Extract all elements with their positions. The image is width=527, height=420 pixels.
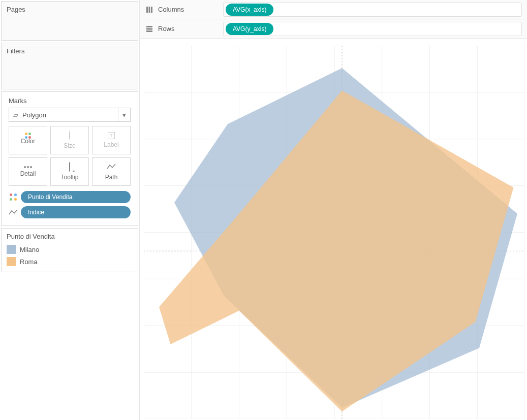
mark-type-label: Polygon (22, 111, 118, 119)
tooltip-button[interactable]: Tooltip (50, 157, 89, 186)
size-button[interactable]: Size (50, 126, 89, 154)
polygon-icon: ▱ (9, 111, 22, 119)
marks-title: Marks (9, 97, 131, 105)
marks-card: Marks ▱ Polygon ▾ Color Size T Label (1, 91, 138, 226)
pages-shelf[interactable]: Pages (1, 1, 138, 41)
pill-label: Indice (28, 209, 44, 216)
svg-rect-3 (146, 26, 152, 27)
label-icon: T (108, 132, 115, 139)
tooltip-label: Tooltip (61, 174, 79, 181)
svg-rect-4 (146, 28, 152, 29)
legend-item[interactable]: Roma (7, 255, 133, 268)
color-button[interactable]: Color (9, 126, 47, 154)
left-panel: Pages Filters Marks ▱ Polygon ▾ Color Si… (0, 0, 139, 420)
marks-pill-punto-di-vendita[interactable]: Punto di Vendita (21, 191, 131, 203)
path-icon (9, 209, 18, 215)
columns-label: Columns (158, 6, 219, 13)
columns-pill-avg-x[interactable]: AVG(x_axis) (226, 4, 273, 16)
color-legend[interactable]: Punto di Vendita MilanoRoma (1, 228, 138, 272)
pill-label: AVG(y_axis) (233, 25, 266, 33)
polygon-roma[interactable] (159, 90, 514, 411)
svg-rect-2 (151, 7, 152, 13)
size-label: Size (64, 142, 75, 149)
worksheet-area: Columns AVG(x_axis) Rows AVG(y_axis) (139, 0, 527, 420)
rows-label: Rows (158, 25, 219, 33)
path-button[interactable]: Path (92, 157, 131, 186)
pill-label: Punto di Vendita (28, 193, 72, 201)
legend-label: Roma (20, 258, 38, 266)
rows-icon (145, 25, 154, 33)
label-label: Label (104, 141, 118, 148)
rows-pill-avg-y[interactable]: AVG(y_axis) (226, 23, 273, 35)
chart-canvas[interactable] (144, 46, 527, 420)
path-icon (107, 163, 116, 172)
pages-title: Pages (7, 6, 25, 13)
tooltip-icon (69, 163, 70, 172)
legend-swatch (7, 257, 16, 266)
pill-label: AVG(x_axis) (233, 6, 266, 13)
rows-drop-zone[interactable]: AVG(y_axis) (223, 22, 522, 36)
size-icon (69, 131, 70, 140)
svg-rect-1 (149, 7, 150, 13)
color-label: Color (21, 138, 36, 145)
filters-title: Filters (7, 47, 24, 55)
detail-button[interactable]: Detail (9, 157, 47, 186)
svg-rect-0 (146, 7, 148, 13)
label-button[interactable]: T Label (92, 126, 131, 154)
legend-title: Punto di Vendita (7, 233, 133, 240)
path-label: Path (105, 174, 118, 181)
legend-item[interactable]: Milano (7, 243, 133, 255)
svg-rect-5 (146, 30, 152, 32)
color-icon (9, 193, 18, 201)
columns-drop-zone[interactable]: AVG(x_axis) (223, 3, 522, 17)
columns-shelf[interactable]: Columns AVG(x_axis) (140, 0, 527, 19)
filters-shelf[interactable]: Filters (1, 43, 138, 89)
legend-label: Milano (20, 246, 39, 253)
detail-icon (24, 166, 32, 168)
rows-shelf[interactable]: Rows AVG(y_axis) (140, 19, 527, 39)
marks-pill-indice[interactable]: Indice (21, 206, 131, 218)
columns-icon (145, 6, 154, 13)
detail-label: Detail (20, 170, 36, 177)
legend-swatch (7, 245, 16, 254)
chevron-down-icon: ▾ (118, 108, 130, 121)
mark-type-dropdown[interactable]: ▱ Polygon ▾ (9, 108, 131, 122)
